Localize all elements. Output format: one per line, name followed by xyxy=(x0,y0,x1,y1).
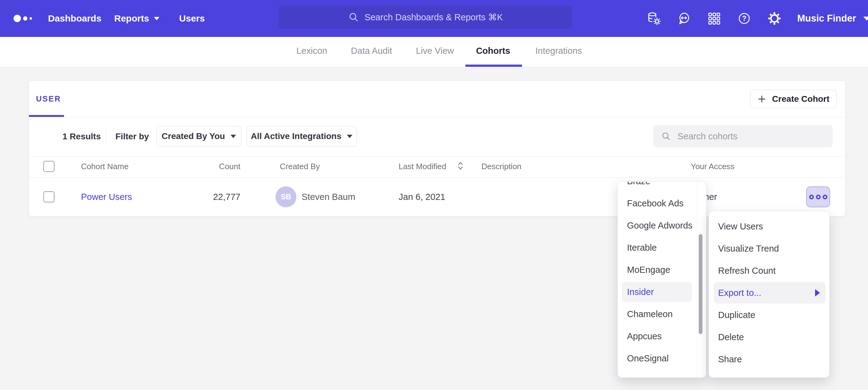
menu-item-view-users[interactable]: View Users xyxy=(709,215,829,237)
brand-logo-dots-icon[interactable] xyxy=(13,15,32,22)
submenu-item-insider[interactable]: Insider xyxy=(618,281,706,303)
create-cohort-label: Create Cohort xyxy=(772,94,830,104)
kebab-dot-icon xyxy=(816,195,820,199)
tab-user-cohorts[interactable]: USER xyxy=(36,94,61,103)
active-tab-underline xyxy=(465,65,522,67)
cohort-search-input[interactable] xyxy=(677,131,813,142)
menu-item-refresh-count[interactable]: Refresh Count xyxy=(709,260,829,282)
tab-data-audit[interactable]: Data Audit xyxy=(351,46,392,56)
creator-name: Steven Baum xyxy=(302,192,355,202)
avatar: SB xyxy=(276,186,297,207)
row-context-menu: View Users Visualize Trend Refresh Count… xyxy=(709,211,830,378)
global-search-placeholder: Search Dashboards & Reports ⌘K xyxy=(365,12,503,23)
filter-integrations-value: All Active Integrations xyxy=(251,131,342,141)
menu-item-duplicate[interactable]: Duplicate xyxy=(709,304,829,326)
apps-grid-icon[interactable] xyxy=(707,11,721,26)
create-cohort-button[interactable]: Create Cohort xyxy=(750,90,837,108)
scrollbar-track xyxy=(697,182,697,378)
submenu-item-facebook-ads[interactable]: Facebook Ads xyxy=(618,192,706,215)
divider xyxy=(29,156,845,157)
filter-by-label: Filter by xyxy=(116,132,149,141)
logo-dot-medium xyxy=(23,16,27,21)
cohorts-page: Dashboards Reports Users Search Dashboar… xyxy=(0,0,868,390)
submenu-item-appcues[interactable]: Appcues xyxy=(618,325,706,347)
tab-lexicon[interactable]: Lexicon xyxy=(297,46,327,56)
kebab-dot-icon xyxy=(809,195,814,199)
submenu-item-braze[interactable]: Braze xyxy=(618,182,706,192)
column-header-last-modified[interactable]: Last Modified xyxy=(399,162,446,171)
submenu-item-onesignal[interactable]: OneSignal xyxy=(618,347,706,369)
nav-dashboards[interactable]: Dashboards xyxy=(48,13,101,24)
tab-cohorts[interactable]: Cohorts xyxy=(476,46,510,56)
project-switcher[interactable]: Music Finder xyxy=(797,13,868,24)
chevron-down-icon xyxy=(154,17,159,20)
select-all-checkbox[interactable] xyxy=(43,161,55,172)
secondary-nav: Lexicon Data Audit Live View Cohorts Int… xyxy=(0,37,868,67)
column-header-your-access[interactable]: Your Access xyxy=(691,162,735,171)
export-submenu: Braze Facebook Ads Google Adwords Iterab… xyxy=(617,182,706,378)
cohort-search-field[interactable] xyxy=(653,125,833,147)
global-search-bar[interactable]: Search Dashboards & Reports ⌘K xyxy=(279,5,572,29)
divider xyxy=(29,117,845,117)
last-modified-date: Jan 6, 2021 xyxy=(399,192,445,202)
help-icon[interactable]: ? xyxy=(737,11,751,26)
chevron-down-icon xyxy=(347,135,352,138)
avatar-initials: SB xyxy=(281,193,291,201)
column-header-created-by[interactable]: Created By xyxy=(280,162,320,171)
divider xyxy=(29,177,845,178)
chevron-down-icon xyxy=(863,17,868,21)
row-actions-kebab-button[interactable] xyxy=(806,186,830,207)
svg-text:?: ? xyxy=(742,14,746,23)
feedback-icon[interactable] xyxy=(677,11,691,26)
tab-integrations[interactable]: Integrations xyxy=(535,46,582,56)
sort-icon[interactable] xyxy=(457,161,464,172)
search-icon xyxy=(661,131,671,141)
column-header-count[interactable]: Count xyxy=(194,162,240,171)
logo-dot-large xyxy=(13,15,21,22)
nav-users[interactable]: Users xyxy=(179,13,205,24)
data-management-icon[interactable] xyxy=(647,11,661,26)
row-checkbox[interactable] xyxy=(43,191,55,202)
filter-created-by-value: Created By You xyxy=(162,131,225,141)
chevron-down-icon xyxy=(230,135,236,138)
plus-icon xyxy=(757,94,767,104)
logo-dot-small xyxy=(30,17,32,20)
menu-item-share[interactable]: Share xyxy=(709,348,829,370)
submenu-arrow-icon xyxy=(815,289,820,296)
menu-item-export-to[interactable]: Export to... xyxy=(709,282,829,304)
menu-item-delete[interactable]: Delete xyxy=(709,326,829,348)
project-name: Music Finder xyxy=(797,13,856,24)
settings-gear-icon[interactable] xyxy=(767,11,781,26)
submenu-item-moengage[interactable]: MoEngage xyxy=(618,259,706,281)
submenu-item-iterable[interactable]: Iterable xyxy=(618,236,706,259)
nav-reports-label: Reports xyxy=(114,13,149,24)
tab-live-view[interactable]: Live View xyxy=(416,46,454,56)
menu-item-visualize-trend[interactable]: Visualize Trend xyxy=(709,237,829,260)
column-header-description[interactable]: Description xyxy=(482,162,521,171)
search-icon xyxy=(348,11,360,23)
submenu-item-chameleon[interactable]: Chameleon xyxy=(618,303,706,325)
cohort-count: 22,777 xyxy=(194,192,240,202)
submenu-item-google-adwords[interactable]: Google Adwords xyxy=(618,215,706,236)
filter-created-by-dropdown[interactable]: Created By You xyxy=(156,126,241,147)
divider xyxy=(106,130,106,143)
kebab-dot-icon xyxy=(823,195,827,199)
results-count: 1 Results xyxy=(62,132,101,141)
top-nav: Dashboards Reports Users Search Dashboar… xyxy=(0,0,868,37)
filter-integrations-dropdown[interactable]: All Active Integrations xyxy=(247,126,357,147)
nav-reports[interactable]: Reports xyxy=(114,13,159,24)
column-header-cohort-name[interactable]: Cohort Name xyxy=(81,162,129,171)
scrollbar-thumb[interactable] xyxy=(699,234,703,334)
cohort-name-link[interactable]: Power Users xyxy=(81,192,132,202)
